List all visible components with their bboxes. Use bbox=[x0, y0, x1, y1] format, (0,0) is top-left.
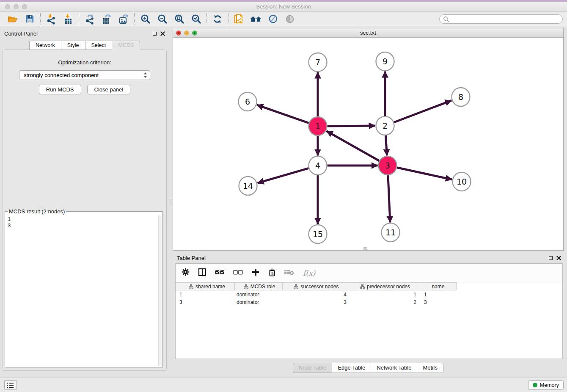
graph-edge[interactable] bbox=[328, 126, 375, 126]
open-session-button[interactable] bbox=[4, 12, 21, 26]
memory-button[interactable]: Memory bbox=[528, 380, 564, 390]
graph-edge[interactable] bbox=[257, 105, 309, 123]
float-panel-icon[interactable] bbox=[153, 32, 157, 36]
table-cell[interactable]: 2 bbox=[350, 299, 420, 306]
zoom-fit-button[interactable] bbox=[171, 12, 187, 26]
refresh-button[interactable] bbox=[209, 12, 226, 26]
graph-node[interactable]: 4 bbox=[309, 156, 327, 175]
graph-node[interactable]: 6 bbox=[239, 92, 257, 111]
deselect-all-columns-button[interactable] bbox=[233, 269, 243, 277]
network-canvas[interactable]: 1234678910111415 bbox=[173, 38, 563, 250]
table-cell[interactable]: 4 bbox=[283, 291, 350, 298]
table-cell[interactable]: 3 bbox=[420, 299, 457, 306]
hide-graphics-button[interactable] bbox=[281, 12, 298, 26]
maximize-view-icon[interactable] bbox=[192, 30, 197, 36]
search-box[interactable] bbox=[439, 14, 563, 24]
style-preview-button[interactable] bbox=[264, 12, 281, 26]
tab-network[interactable]: Network bbox=[29, 41, 61, 50]
window-title: Session: New Session bbox=[0, 3, 567, 10]
graph-node[interactable]: 10 bbox=[453, 172, 471, 191]
tab-mcds[interactable]: MCDS bbox=[112, 41, 140, 50]
zoom-out-button[interactable] bbox=[154, 12, 171, 26]
table-panel-title: Table Panel bbox=[177, 255, 206, 261]
close-panel-icon[interactable] bbox=[556, 256, 561, 260]
graph-node-label: 11 bbox=[385, 228, 396, 237]
graph-node[interactable]: 9 bbox=[376, 52, 394, 71]
network-window-titlebar[interactable]: scc.txt bbox=[173, 28, 563, 38]
tab-motifs[interactable]: Motifs bbox=[417, 363, 443, 373]
network-graph[interactable]: 1234678910111415 bbox=[173, 38, 563, 250]
export-network-button[interactable] bbox=[81, 12, 98, 26]
add-column-button[interactable] bbox=[251, 268, 260, 278]
show-columns-button[interactable] bbox=[198, 268, 206, 278]
graph-edge[interactable] bbox=[258, 168, 309, 183]
table-cell[interactable]: dominator bbox=[235, 291, 283, 298]
graph-node-label: 4 bbox=[315, 161, 320, 170]
graph-edge[interactable] bbox=[385, 135, 387, 156]
delete-column-button[interactable] bbox=[268, 268, 276, 278]
float-panel-icon[interactable] bbox=[549, 256, 553, 260]
zoom-selected-button[interactable] bbox=[187, 12, 204, 26]
tab-style[interactable]: Style bbox=[61, 41, 85, 50]
column-header-successor-nodes[interactable]: successor nodes bbox=[283, 283, 350, 290]
graph-edge[interactable] bbox=[394, 100, 451, 122]
minimize-view-icon[interactable] bbox=[184, 30, 189, 36]
developer-panel-button[interactable] bbox=[4, 380, 17, 390]
table-row[interactable]: 1dominator411 bbox=[176, 291, 457, 298]
import-network-button[interactable] bbox=[43, 12, 60, 26]
column-header-predecessor-nodes[interactable]: predecessor nodes bbox=[350, 283, 420, 290]
home-button[interactable] bbox=[248, 12, 264, 26]
graph-node[interactable]: 8 bbox=[452, 88, 470, 106]
tab-node-table[interactable]: Node Table bbox=[293, 363, 332, 373]
splitter-grip[interactable] bbox=[170, 199, 172, 204]
graph-edge[interactable] bbox=[327, 131, 380, 161]
graph-node[interactable]: 1 bbox=[309, 117, 327, 135]
select-all-columns-button[interactable] bbox=[215, 269, 225, 277]
function-builder-button[interactable]: f(x) bbox=[303, 269, 315, 277]
export-image-button[interactable] bbox=[115, 12, 132, 26]
graph-node[interactable]: 7 bbox=[309, 53, 327, 72]
graph-node[interactable]: 2 bbox=[376, 116, 394, 135]
graph-edge[interactable] bbox=[388, 175, 390, 223]
import-table-button[interactable] bbox=[60, 12, 77, 26]
close-panel-button[interactable]: Close panel bbox=[87, 85, 131, 94]
table-row[interactable]: 3dominator323 bbox=[176, 299, 457, 306]
close-panel-icon[interactable] bbox=[160, 31, 165, 36]
search-input[interactable] bbox=[451, 16, 559, 22]
tab-select[interactable]: Select bbox=[85, 41, 112, 50]
zoom-in-button[interactable] bbox=[137, 12, 154, 26]
table-cell[interactable]: 1 bbox=[176, 291, 235, 298]
network-from-file-button[interactable] bbox=[231, 12, 248, 26]
graph-node[interactable]: 11 bbox=[382, 223, 400, 242]
graph-edge[interactable] bbox=[397, 168, 452, 179]
tab-edge-table[interactable]: Edge Table bbox=[332, 363, 371, 373]
network-view-window: scc.txt 1234678910111415 bbox=[173, 28, 564, 251]
save-session-button[interactable] bbox=[21, 12, 38, 26]
delete-table-button[interactable] bbox=[284, 269, 295, 277]
table-cell[interactable]: 1 bbox=[350, 291, 420, 298]
optimization-criterion-select[interactable]: strongly connected component bbox=[19, 70, 150, 80]
export-table-button[interactable] bbox=[98, 12, 115, 26]
graph-node[interactable]: 14 bbox=[239, 177, 257, 195]
table-cell[interactable]: 3 bbox=[176, 299, 235, 306]
close-view-icon[interactable] bbox=[176, 30, 181, 36]
tab-network-table[interactable]: Network Table bbox=[371, 363, 417, 373]
table-settings-button[interactable] bbox=[182, 268, 190, 278]
table-panel-tabs: Node Table Edge Table Network Table Moti… bbox=[173, 363, 564, 373]
result-scrollbar[interactable] bbox=[158, 215, 162, 366]
control-panel-tabs: Network Style Select MCDS bbox=[0, 41, 169, 50]
run-mcds-button[interactable]: Run MCDS bbox=[39, 85, 81, 94]
mcds-result-text[interactable]: 1 3 bbox=[6, 215, 158, 366]
column-header-name[interactable]: name bbox=[420, 283, 457, 290]
canvas-resize-grip[interactable] bbox=[363, 247, 367, 250]
column-header-mcds-role[interactable]: MCDS role bbox=[235, 283, 283, 290]
graph-node[interactable]: 3 bbox=[379, 156, 397, 175]
table-cell[interactable]: 1 bbox=[420, 291, 457, 298]
attribute-tree-icon bbox=[189, 284, 193, 289]
column-header-shared-name[interactable]: shared name bbox=[176, 283, 235, 290]
table-cell[interactable]: dominator bbox=[235, 299, 283, 306]
table-cell[interactable]: 3 bbox=[283, 299, 350, 306]
hide-graphics-icon bbox=[285, 14, 295, 24]
graph-node[interactable]: 15 bbox=[309, 225, 327, 243]
refresh-icon bbox=[212, 14, 223, 24]
